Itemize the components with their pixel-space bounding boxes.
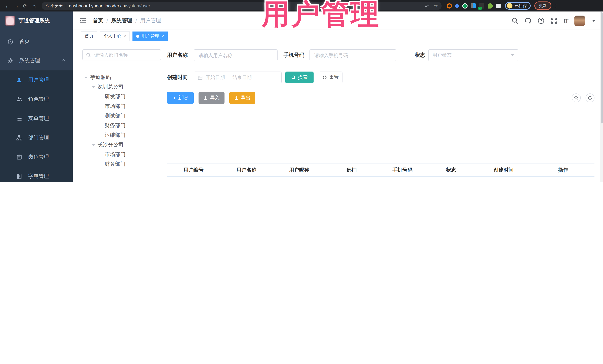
tree-node[interactable]: 长沙分公司 <box>82 140 161 150</box>
tree-node[interactable]: 市场部门 <box>82 101 161 111</box>
not-secure-warning[interactable]: ⚠不安全 <box>45 3 63 9</box>
extension-switch-icon[interactable]: on <box>479 3 484 8</box>
search-icon <box>291 75 296 80</box>
sidebar-item-menu-mgmt[interactable]: 菜单管理 <box>0 109 73 128</box>
tree-node[interactable]: 测试部门 <box>82 111 161 121</box>
table-refresh-button[interactable] <box>586 93 594 102</box>
url-text: dashboard.yudao.iocoder.cn/system/user <box>69 3 150 8</box>
close-icon[interactable]: × <box>124 33 126 39</box>
reset-button[interactable]: 重置 <box>319 72 343 83</box>
tree-caret-icon[interactable] <box>92 144 95 146</box>
breadcrumb-system[interactable]: 系统管理 <box>111 17 132 24</box>
collapse-sidebar-icon[interactable] <box>79 18 86 23</box>
status-select[interactable]: 用户状态 <box>428 49 518 61</box>
browser-menu-icon[interactable]: ⋮ <box>554 3 558 9</box>
fullscreen-icon[interactable] <box>551 17 557 24</box>
close-icon[interactable]: × <box>162 33 164 39</box>
tree-caret-icon[interactable] <box>92 86 95 88</box>
warning-icon: ⚠ <box>45 3 49 8</box>
sidebar-item-dept-mgmt[interactable]: 部门管理 <box>0 128 73 147</box>
extensions-bar: on <box>447 3 500 8</box>
mobile-label: 手机号码 <box>283 52 310 59</box>
sidebar-item-system[interactable]: 系统管理 <box>0 51 73 70</box>
font-size-icon[interactable]: tT <box>564 17 568 24</box>
browser-update-button[interactable]: 更新 <box>534 1 551 10</box>
mobile-input[interactable] <box>313 52 392 58</box>
username-field[interactable] <box>194 49 278 61</box>
profile-avatar <box>507 3 512 9</box>
forward-icon[interactable]: → <box>12 3 21 9</box>
username-label: 用户名称 <box>167 52 194 59</box>
home-icon[interactable]: ⌂ <box>30 3 39 9</box>
bookmark-star-icon[interactable]: ☆ <box>434 3 438 8</box>
download-icon <box>234 96 239 100</box>
user-avatar[interactable] <box>574 15 585 26</box>
search-icon[interactable] <box>512 17 518 24</box>
extensions-puzzle-icon[interactable] <box>496 3 500 8</box>
logo-image <box>5 16 15 25</box>
extension-gem-icon[interactable] <box>454 3 460 8</box>
username-input[interactable] <box>198 52 274 58</box>
import-button[interactable]: 导入 <box>198 92 224 104</box>
dashboard-icon <box>7 39 13 44</box>
user-table: 用户编号 用户名称 用户昵称 部门 手机号码 状态 创建时间 操作 1 admi… <box>167 164 594 182</box>
github-icon[interactable] <box>525 17 531 24</box>
address-bar[interactable]: ⚠不安全 dashboard.yudao.iocoder.cn/system/u… <box>42 2 441 10</box>
dept-search-input[interactable] <box>93 52 149 58</box>
extension-green-icon[interactable] <box>462 3 468 8</box>
refresh-icon <box>323 75 327 80</box>
dept-tree: 芋道源码 深圳总公司 研发部门 市场部门 测试部门 财务部门 运维部门 长沙分公… <box>82 73 161 169</box>
reload-icon[interactable]: ⟳ <box>21 3 30 9</box>
create-time-label: 创建时间 <box>167 74 194 81</box>
sidebar-item-role-mgmt[interactable]: 角色管理 <box>0 90 73 109</box>
extension-orange-icon[interactable] <box>447 3 452 8</box>
tab-user-mgmt[interactable]: 用户管理 × <box>132 31 168 41</box>
app-logo[interactable]: 芋道管理系统 <box>0 11 73 30</box>
scrollbar-thumb[interactable] <box>601 12 603 123</box>
browser-profile-button[interactable]: 已暂停 <box>505 2 531 10</box>
sidebar-item-dict-mgmt[interactable]: 字典管理 <box>0 167 73 182</box>
tree-node[interactable]: 财务部门 <box>82 159 161 169</box>
refresh-icon <box>588 96 592 100</box>
gear-icon <box>7 58 13 64</box>
users-icon <box>16 96 22 102</box>
sidebar-item-user-mgmt[interactable]: 用户管理 <box>0 70 73 90</box>
dept-search-box[interactable] <box>82 49 161 60</box>
tree-node[interactable]: 研发部门 <box>82 92 161 101</box>
tree-node[interactable]: 运维部门 <box>82 131 161 140</box>
mobile-field[interactable] <box>310 49 396 61</box>
annotation-title: 用户管理 <box>262 0 380 34</box>
avatar-caret-icon[interactable] <box>592 20 596 22</box>
table-row: 1 admin 芋道源码 研发部门 15612345678 2021-01-05… <box>167 177 594 182</box>
add-button[interactable]: +新增 <box>167 92 194 104</box>
help-icon[interactable] <box>538 17 544 24</box>
export-button[interactable]: 导出 <box>229 92 255 104</box>
tree-caret-icon[interactable] <box>85 77 88 78</box>
tree-node[interactable]: 深圳总公司 <box>82 82 161 92</box>
table-search-button[interactable] <box>572 93 581 102</box>
dictionary-icon <box>16 174 22 179</box>
upload-icon <box>203 96 208 100</box>
sidebar-item-post-mgmt[interactable]: 岗位管理 <box>0 147 73 167</box>
tab-home[interactable]: 首页 <box>81 31 97 41</box>
breadcrumb-home[interactable]: 首页 <box>93 17 103 24</box>
search-button[interactable]: 搜索 <box>285 72 313 83</box>
extension-grid-icon[interactable] <box>471 3 476 8</box>
sidebar-item-home[interactable]: 首页 <box>0 32 73 51</box>
tree-node[interactable]: 芋道源码 <box>82 73 161 82</box>
tab-profile[interactable]: 个人中心 × <box>100 31 130 41</box>
id-badge-icon <box>16 154 22 160</box>
back-icon[interactable]: ← <box>3 3 12 9</box>
table-header: 用户编号 用户名称 用户昵称 部门 手机号码 状态 创建时间 操作 <box>167 164 594 177</box>
date-range-picker[interactable]: 开始日期 - 结束日期 <box>194 72 282 83</box>
active-dot <box>136 35 139 38</box>
chevron-down-icon <box>510 54 514 56</box>
page-scrollbar[interactable] <box>600 11 603 182</box>
key-icon[interactable] <box>425 3 429 8</box>
search-icon <box>86 53 91 57</box>
sidebar: 芋道管理系统 首页 系统管理 用户管理 角色管理 <box>0 11 73 182</box>
tree-node[interactable]: 市场部门 <box>82 150 161 159</box>
tree-node[interactable]: 财务部门 <box>82 121 161 131</box>
app-title: 芋道管理系统 <box>19 17 50 24</box>
extension-sprout-icon[interactable] <box>487 3 493 8</box>
